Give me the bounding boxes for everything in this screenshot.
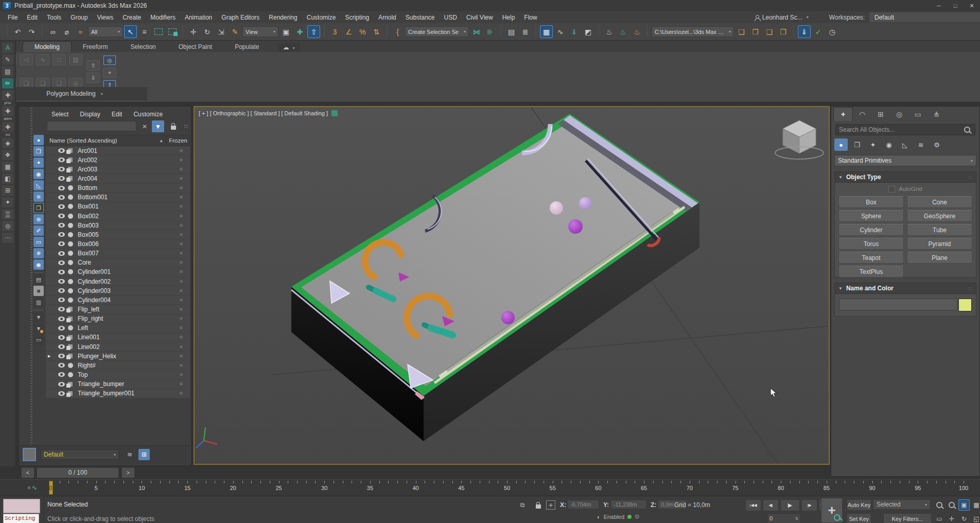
scene-object-row[interactable]: Box005❄ [46,230,190,239]
unlink-selection-icon[interactable]: ⌀ [60,25,73,38]
menu-item-rendering[interactable]: Rendering [264,12,302,23]
name-column-header[interactable]: Name (Sorted Ascending) [49,137,117,144]
filter-groups-icon[interactable]: ⊕ [33,214,44,224]
next-modifier-down-button[interactable]: ⇩ [86,73,100,83]
dock-paint[interactable]: ✏ [2,78,14,89]
select-and-move-icon[interactable]: ✛ [187,25,200,38]
dock-tool-8[interactable]: ⋯ [2,233,14,243]
zoom-region-icon[interactable]: ▭ [934,513,945,523]
zoom-icon[interactable] [934,499,945,511]
ribbon-tool-slot[interactable]: ▧ [69,54,82,65]
render-setup-icon[interactable]: ♨ [603,25,616,38]
visibility-eye-icon[interactable] [58,279,65,284]
dock-measure[interactable]: ▤ [2,66,14,77]
mirror-icon[interactable]: ⋈ [470,25,483,38]
key-selection-dropdown[interactable]: Selected ▾ [873,499,931,510]
view-block-icon[interactable]: ■ [33,286,44,296]
visibility-eye-icon[interactable] [58,391,65,396]
zoom-all-icon[interactable] [946,499,957,511]
toggle-ribbon-icon[interactable]: ▦ [540,25,553,38]
absolute-mode-icon[interactable]: ✛ [546,500,556,510]
visibility-eye-icon[interactable] [58,214,65,218]
command-panel-tab-modify[interactable]: ◠ [853,108,871,121]
dock-tool-2[interactable]: ▦ [2,162,14,172]
menu-item-customize[interactable]: Customize [302,12,341,23]
dock-brush[interactable]: ◈ [2,138,14,148]
scene-object-row[interactable]: Box007❄ [46,249,190,258]
primitive-button-plane[interactable]: Plane [907,252,972,264]
visibility-eye-icon[interactable] [58,195,65,200]
explorer-menu-select[interactable]: Select [46,109,74,120]
frozen-toggle-icon[interactable]: ❄ [172,344,190,350]
ribbon-tab-selection[interactable]: Selection [119,42,167,52]
rendered-frame-window-icon[interactable]: ♨ [617,25,629,38]
scene-object-row[interactable]: Arc004❄ [46,174,190,183]
category-lights-icon[interactable]: ✦ [866,138,880,151]
scene-object-row[interactable]: Box001❄ [46,202,190,212]
window-crossing-toggle-icon[interactable] [166,25,179,38]
lock-explorer-icon[interactable] [167,120,180,132]
visibility-eye-icon[interactable] [58,260,65,265]
dock-tool-5[interactable]: ✦ [2,197,14,207]
category-helpers-icon[interactable]: ◺ [898,138,912,151]
command-panel-tab-hierarchy[interactable]: ⊞ [871,108,890,121]
workspace-dropdown[interactable]: Default [869,12,980,22]
keyboard-shortcut-override-icon[interactable]: ⇧ [307,25,320,38]
previous-frame-arrow[interactable]: < [21,467,34,478]
angle-snap-icon[interactable]: ∠ [342,25,355,38]
visibility-eye-icon[interactable] [58,158,65,162]
previous-frame-button[interactable]: ◀| [763,499,779,511]
scene-object-row[interactable]: Arc002❄ [46,155,190,165]
filter-lights-icon[interactable]: ✦ [33,158,44,168]
menu-item-flow[interactable]: Flow [519,12,541,23]
primitive-button-teapot[interactable]: Teapot [838,252,904,264]
scene-object-row[interactable]: ▶Plunger_Helix❄ [46,352,190,361]
ribbon-tab-freeform[interactable]: Freeform [72,42,119,52]
frozen-toggle-icon[interactable]: ❄ [172,363,190,368]
category-systems-icon[interactable]: ⚙ [930,138,943,151]
scene-object-row[interactable]: Right#❄ [46,361,190,370]
isolate-selection-icon[interactable]: ⧉ [517,500,528,510]
frozen-toggle-icon[interactable]: ❄ [172,372,190,377]
frozen-toggle-icon[interactable]: ❄ [172,391,190,396]
filter-helpers-icon[interactable]: ◺ [33,180,44,190]
snaps-toggle-icon[interactable]: 3 [328,25,341,38]
primitive-button-box[interactable]: Box [838,196,904,208]
primitive-button-pyramid[interactable]: Pyramid [907,238,972,250]
filter-materials-icon[interactable]: ❐ [33,203,44,213]
active-layer-dropdown[interactable]: Default ▾ [41,449,119,460]
menu-item-graph-editors[interactable]: Graph Editors [217,12,264,23]
toggle-scene-explorer-icon[interactable]: ▤ [505,25,518,38]
minimize-button[interactable]: ─ [931,0,947,11]
frozen-toggle-icon[interactable]: ❄ [172,279,190,284]
bumper-purple-lower[interactable] [501,311,515,324]
visibility-eye-icon[interactable] [58,288,65,293]
scene-object-row[interactable]: Triangle_bumper001❄ [46,389,190,398]
ribbon-config-button[interactable]: ☁ ▾ [278,43,300,52]
user-account-button[interactable]: Leonhard Sc... [762,14,802,21]
filter-hidden-icon[interactable]: ◉ [33,259,44,270]
menu-item-file[interactable]: File [3,12,22,23]
dock-atem[interactable]: ✚atem [2,106,14,120]
scene-object-row[interactable]: Bottom❄ [46,184,190,193]
visibility-eye-icon[interactable] [58,382,65,387]
frozen-toggle-icon[interactable]: ❄ [172,269,190,274]
explorer-menu-customize[interactable]: Customize [128,109,168,120]
scene-object-row[interactable]: Arc001❄ [46,146,190,155]
view-detail-icon[interactable]: ▥ [33,297,44,307]
object-type-rollout-header[interactable]: ▼ Object Type ∷ [834,171,976,183]
object-name-input[interactable] [839,299,957,310]
scene-object-row[interactable]: Box002❄ [46,212,190,221]
time-config-icon[interactable]: ⊙ [635,513,639,520]
use-pivot-point-center-icon[interactable]: ▣ [279,25,292,38]
frozen-toggle-icon[interactable]: ❄ [172,354,190,359]
select-by-name-icon[interactable]: ≡ [138,25,151,38]
timeline-ruler[interactable]: 0510152025303540455055606570758085909510… [0,480,980,496]
dock-text-tool[interactable]: A [2,43,14,53]
autogrid-checkbox[interactable] [888,186,895,193]
primitive-button-torus[interactable]: Torus [838,238,904,250]
asset-new-scene-icon[interactable]: ❏ [735,25,748,38]
ribbon-tool-slot[interactable]: ◁ [20,54,33,65]
visibility-eye-icon[interactable] [58,176,65,181]
subcategory-dropdown[interactable]: Standard Primitives ▾ [834,155,976,166]
